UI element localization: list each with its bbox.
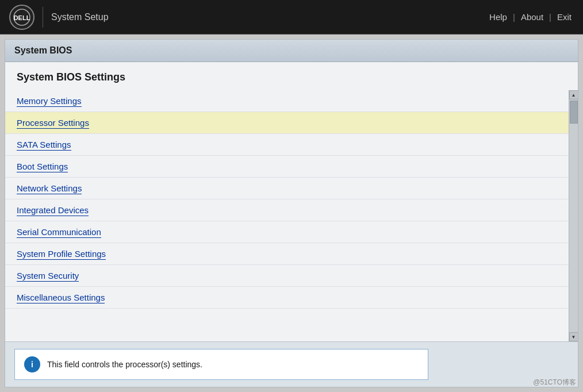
settings-item-3[interactable]: Boot Settings <box>5 156 569 178</box>
page-title-bar: System BIOS <box>5 40 578 62</box>
scroll-down-button[interactable]: ▼ <box>569 332 578 341</box>
settings-item-2[interactable]: SATA Settings <box>5 134 569 156</box>
settings-list[interactable]: Memory SettingsProcessor SettingsSATA Se… <box>5 90 569 341</box>
settings-item-0[interactable]: Memory Settings <box>5 90 569 112</box>
settings-item-8[interactable]: System Security <box>5 265 569 287</box>
scroll-up-button[interactable]: ▲ <box>569 90 578 99</box>
info-box-container: i This field controls the processor(s) s… <box>5 341 578 387</box>
main-container: System BIOS System BIOS Settings Memory … <box>5 39 578 387</box>
exit-link[interactable]: Exit <box>555 12 574 22</box>
content-area: System BIOS Settings Memory SettingsProc… <box>5 62 578 341</box>
info-icon: i <box>24 356 40 372</box>
settings-item-5[interactable]: Integrated Devices <box>5 199 569 221</box>
page-title: System BIOS <box>14 45 72 55</box>
info-box: i This field controls the processor(s) s… <box>14 349 428 380</box>
app-title: System Setup <box>51 12 487 22</box>
about-link[interactable]: About <box>519 12 546 22</box>
header: DELL System Setup Help | About | Exit <box>0 0 583 34</box>
settings-item-6[interactable]: Serial Communication <box>5 221 569 243</box>
svg-text:DELL: DELL <box>14 14 30 21</box>
scroll-thumb[interactable] <box>570 101 578 124</box>
header-nav: Help | About | Exit <box>487 12 574 22</box>
settings-item-7[interactable]: System Profile Settings <box>5 243 569 265</box>
info-text: This field controls the processor(s) set… <box>47 360 202 369</box>
nav-separator-2: | <box>546 12 555 22</box>
help-link[interactable]: Help <box>487 12 509 22</box>
dell-logo-icon: DELL <box>9 5 34 30</box>
settings-item-9[interactable]: Miscellaneous Settings <box>5 287 569 309</box>
settings-area: Memory SettingsProcessor SettingsSATA Se… <box>5 90 578 341</box>
settings-item-4[interactable]: Network Settings <box>5 178 569 199</box>
section-title: System BIOS Settings <box>5 62 578 90</box>
nav-separator-1: | <box>509 12 519 22</box>
settings-item-1[interactable]: Processor Settings <box>5 112 569 134</box>
scrollbar-track[interactable]: ▲ ▼ <box>569 90 578 341</box>
watermark: @51CTO博客 <box>533 378 576 387</box>
header-divider <box>43 7 43 28</box>
